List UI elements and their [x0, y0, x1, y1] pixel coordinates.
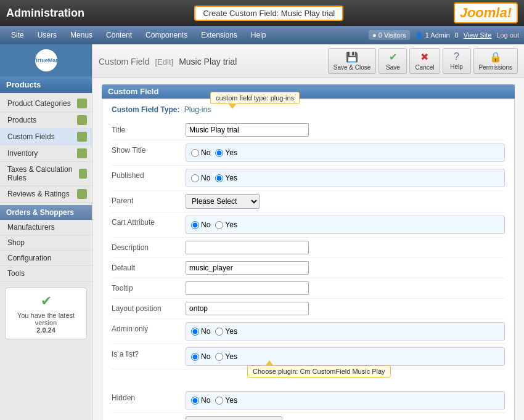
cancel-button[interactable]: ✖ Cancel [409, 48, 440, 74]
sidebar-section-products: Product Categories Products Custom Field… [0, 93, 92, 205]
top-bar-badge: Create Custom Field: Music Play trial [194, 6, 343, 21]
select-plugin-control: VM CustomField Mus... [186, 416, 505, 420]
nav-users[interactable]: Users [31, 28, 63, 42]
published-no-option[interactable]: No [191, 174, 210, 182]
section-header: Custom Field [102, 84, 515, 99]
default-input[interactable] [186, 261, 309, 275]
sidebar-item-inventory[interactable]: Inventory [0, 145, 92, 162]
hidden-yes-radio[interactable] [215, 397, 223, 405]
is-list-yes-option[interactable]: Yes [215, 352, 237, 361]
sidebar-group-item-manufacturers[interactable]: Manufacturers [0, 220, 92, 235]
cart-attr-yes-option[interactable]: Yes [215, 220, 237, 229]
parent-label: Parent [112, 194, 186, 205]
cart-attr-no-radio[interactable] [191, 221, 199, 229]
show-title-no-option[interactable]: No [191, 148, 210, 157]
parent-control: Please Select [186, 194, 505, 209]
show-title-yes-radio[interactable] [215, 149, 223, 157]
field-type-label: Custom Field Type: [112, 105, 179, 114]
nav-components[interactable]: Components [139, 28, 194, 42]
reviews-icon [77, 189, 87, 199]
is-list-no-option[interactable]: No [191, 352, 210, 361]
parent-select[interactable]: Please Select [186, 194, 260, 209]
layout-position-control [186, 302, 505, 315]
select-plugin-select[interactable]: VM CustomField Mus... [186, 416, 282, 420]
hidden-yes-option[interactable]: Yes [215, 396, 237, 405]
form-area: Custom Field Custom Field Type: Plug-ins… [92, 78, 524, 420]
page-title: Custom Field [Edit] Music Play trial [99, 55, 237, 67]
admin-only-yes-radio[interactable] [215, 328, 223, 336]
version-check-icon: ✔ [10, 293, 81, 309]
toolbar-title-area: Custom Field [Edit] Music Play trial [99, 55, 237, 68]
layout-position-label: Layout position [112, 302, 186, 313]
sidebar-group-item-tools[interactable]: Tools [0, 266, 92, 281]
default-label: Default [112, 261, 186, 272]
show-title-no-radio[interactable] [191, 149, 199, 157]
admin-only-row: Admin only No Yes [112, 319, 505, 344]
tooltip-row: Tooltip [112, 278, 505, 299]
callout-plugin: custom field type: plug-ins [210, 92, 300, 104]
view-site-link[interactable]: View Site [464, 31, 492, 39]
permissions-icon: 🔒 [489, 51, 502, 63]
sidebar-item-products[interactable]: Products [0, 112, 92, 129]
nav-bar: Site Users Menus Content Components Exte… [0, 26, 524, 44]
sidebar-item-taxes[interactable]: Taxes & Calculation Rules [0, 162, 92, 186]
sidebar-item-custom-fields[interactable]: Custom Fields [0, 129, 92, 145]
top-bar: Administration Create Custom Field: Musi… [0, 0, 524, 26]
cart-attr-no-option[interactable]: No [191, 220, 210, 229]
toolbar: Custom Field [Edit] Music Play trial 💾 S… [92, 44, 524, 78]
show-title-yes-option[interactable]: Yes [215, 148, 237, 157]
toolbar-buttons: 💾 Save & Close ✔ Save ✖ Cancel ? Help 🔒 [328, 48, 518, 74]
sidebar-group-item-shop[interactable]: Shop [0, 235, 92, 251]
layout-position-input[interactable] [186, 302, 309, 315]
field-type-value: Plug-ins [184, 105, 211, 114]
admin-only-control: No Yes [186, 322, 505, 341]
hidden-no-option[interactable]: No [191, 396, 210, 405]
admin-only-yes-option[interactable]: Yes [215, 327, 237, 336]
save-close-button[interactable]: 💾 Save & Close [328, 48, 377, 74]
section-wrapper: Custom Field Custom Field Type: Plug-ins… [102, 84, 515, 420]
is-list-row: Is a list? No Yes [112, 344, 505, 370]
sidebar-group-item-configuration[interactable]: Configuration [0, 251, 92, 266]
published-yes-option[interactable]: Yes [215, 174, 237, 182]
visitors-count: 0 Visitors [379, 31, 406, 39]
save-close-icon: 💾 [346, 51, 358, 63]
published-yes-radio[interactable] [215, 174, 223, 182]
cart-attr-yes-radio[interactable] [215, 221, 223, 229]
admin-only-no-option[interactable]: No [191, 327, 210, 336]
tooltip-label: Tooltip [112, 281, 186, 293]
published-control: No Yes [186, 169, 505, 187]
nav-site[interactable]: Site [5, 28, 30, 42]
published-no-radio[interactable] [191, 174, 199, 182]
nav-extensions[interactable]: Extensions [195, 28, 244, 42]
tooltip-input[interactable] [186, 281, 309, 295]
taxes-icon [79, 169, 87, 179]
sidebar-group-orders[interactable]: Orders & Shoppers [0, 205, 92, 220]
published-row: Published No Yes [112, 166, 505, 191]
help-button[interactable]: ? Help [443, 48, 471, 74]
is-list-no-radio[interactable] [191, 353, 199, 361]
nav-help[interactable]: Help [245, 28, 272, 42]
nav-menus[interactable]: Menus [64, 28, 99, 42]
nav-content[interactable]: Content [100, 28, 138, 42]
sidebar-item-product-categories[interactable]: Product Categories [0, 95, 92, 112]
products-icon [77, 115, 87, 125]
admin-count: 👤 1 Admin [415, 31, 450, 39]
logout-link[interactable]: Log out [496, 31, 519, 39]
parent-row: Parent Please Select [112, 191, 505, 212]
custom-fields-icon [77, 132, 87, 142]
hidden-no-radio[interactable] [191, 397, 199, 405]
sidebar-item-reviews[interactable]: Reviews & Ratings [0, 186, 92, 203]
layout-position-row: Layout position [112, 299, 505, 319]
admin-only-no-radio[interactable] [191, 328, 199, 336]
is-list-yes-radio[interactable] [215, 353, 223, 361]
permissions-button[interactable]: 🔒 Permissions [473, 48, 518, 74]
callout-plugin-wrapper: custom field type: plug-ins [210, 92, 300, 109]
title-input[interactable] [186, 123, 309, 137]
product-categories-icon [77, 99, 87, 108]
save-button[interactable]: ✔ Save [379, 48, 407, 74]
description-input[interactable] [186, 241, 309, 254]
help-icon: ? [454, 51, 459, 62]
title-label: Title [112, 123, 186, 134]
is-list-label: Is a list? [112, 347, 186, 358]
toolbar-subtitle: Music Play trial [179, 57, 237, 67]
